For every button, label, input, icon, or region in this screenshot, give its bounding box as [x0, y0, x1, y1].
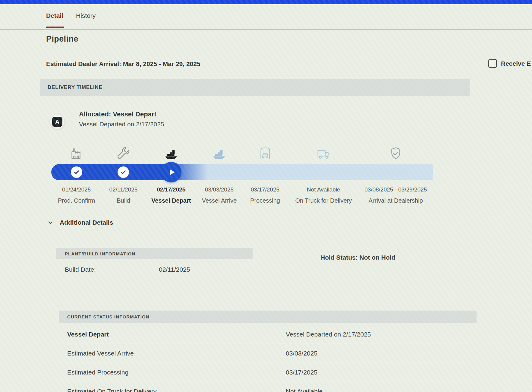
plant-build-header: PLANT/BUILD INFORMATION [56, 248, 253, 259]
receive-checkbox-label: Receive E [501, 60, 531, 67]
delivery-timeline-title: DELIVERY TIMELINE [48, 84, 102, 90]
status-row-label: Estimated Vessel Arrive [67, 350, 134, 357]
additional-details-label: Additional Details [60, 219, 113, 226]
checkbox-icon[interactable] [488, 59, 497, 68]
allocated-badge: A [50, 115, 65, 129]
progress-bar [51, 164, 433, 180]
status-row-label: Estimated Processing [67, 369, 128, 376]
current-status-title: CURRENT STATUS INFORMATION [67, 314, 150, 319]
chevron-down-icon[interactable] [48, 220, 53, 225]
status-row-value: Vessel Departed on 2/17/2025 [286, 331, 371, 338]
step-date: 03/08/2025 - 03/29/2025 [358, 186, 433, 193]
step-complete-check-icon [71, 166, 82, 178]
step-date: Not Available [286, 186, 361, 193]
allocated-status-title: Allocated: Vessel Depart [79, 110, 156, 118]
table-row: Estimated Processing03/17/2025 [59, 363, 468, 382]
step-current-play-icon [161, 162, 181, 182]
receive-email-checkbox[interactable]: Receive E [488, 59, 531, 68]
timeline-step-arrival-at-dealership: 03/08/2025 - 03/29/2025Arrival at Dealer… [358, 144, 433, 160]
current-status-table: Vessel DepartVessel Departed on 2/17/202… [59, 325, 468, 392]
tab-detail[interactable]: Detail [46, 12, 63, 19]
table-row: Estimated Vessel Arrive03/03/2025 [59, 344, 468, 363]
additional-details-toggle[interactable]: Additional Details [48, 219, 113, 226]
status-row-label: Vessel Depart [67, 331, 109, 338]
page-title: Pipeline [46, 34, 78, 44]
tab-history[interactable]: History [76, 12, 96, 19]
current-status-header: CURRENT STATUS INFORMATION [59, 311, 477, 323]
build-date-label: Build Date: [65, 266, 96, 273]
build-date-value: 02/11/2025 [159, 266, 190, 273]
delivery-progress-timeline: 01/24/2025Prod. Confirm02/11/2025Build02… [51, 144, 433, 217]
active-tab-underline [46, 27, 64, 28]
step-complete-check-icon [118, 166, 129, 178]
status-row-label: Estimated On Truck for Delivery [67, 388, 156, 392]
estimated-dealer-arrival: Estimated Dealer Arrival: Mar 8, 2025 - … [46, 60, 200, 68]
browser-top-bar [0, 0, 532, 4]
status-row-value: Not Available [286, 388, 323, 392]
table-row: Estimated On Truck for DeliveryNot Avail… [59, 382, 468, 392]
timeline-step-on-truck-for-delivery: Not AvailableOn Truck for Delivery [286, 144, 361, 160]
hold-status: Hold Status: Not on Hold [320, 254, 395, 261]
tabs-divider [0, 29, 532, 30]
allocated-letter-icon: A [52, 117, 62, 127]
shield-check-icon [358, 144, 433, 160]
step-label: On Truck for Delivery [286, 197, 361, 204]
truck-icon [286, 144, 361, 160]
plant-build-title: PLANT/BUILD INFORMATION [65, 251, 135, 256]
pipeline-page: Detail History Pipeline Estimated Dealer… [0, 0, 532, 392]
table-row: Vessel DepartVessel Departed on 2/17/202… [59, 325, 468, 344]
step-label: Arrival at Dealership [358, 197, 433, 204]
delivery-timeline-header: DELIVERY TIMELINE [40, 79, 470, 96]
status-row-value: 03/03/2025 [286, 350, 317, 357]
status-row-value: 03/17/2025 [286, 369, 317, 376]
allocated-status-subtitle: Vessel Departed on 2/17/2025 [79, 121, 164, 128]
